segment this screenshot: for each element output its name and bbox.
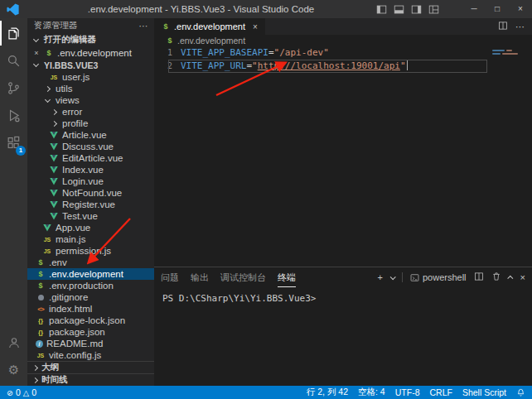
tree-item[interactable]: EditArticle.vue (27, 152, 154, 164)
open-editor-item[interactable]: × $ .env.development (27, 46, 154, 59)
settings-gear-icon[interactable]: ⚙ (0, 358, 27, 382)
outline-section-header[interactable]: 大纲 (27, 361, 154, 373)
code-line[interactable]: 1 VITE_APP_BASEAPI="/api-dev" (154, 46, 532, 60)
tree-item-label: index.html (49, 304, 92, 314)
vue-icon (49, 130, 59, 140)
tree-item[interactable]: <>index.html (27, 303, 154, 315)
tree-item[interactable]: NotFound.vue (27, 187, 154, 199)
tree-item[interactable]: .gitignore (27, 291, 154, 303)
toggle-secondary-sidebar-icon[interactable] (411, 4, 422, 15)
tree-item-folder[interactable]: utils (27, 83, 154, 94)
tree-item[interactable]: Index.vue (27, 164, 154, 175)
chevron-right-icon (32, 364, 38, 370)
timeline-section-header[interactable]: 时间线 (27, 373, 154, 386)
close-icon[interactable]: × (253, 22, 258, 31)
notifications-bell-icon[interactable] (516, 388, 525, 397)
status-right: 行 2, 列 42 空格: 4 UTF-8 CRLF Shell Script (307, 387, 525, 398)
close-icon[interactable]: × (32, 49, 41, 57)
run-debug-icon[interactable] (0, 103, 27, 127)
account-icon[interactable] (0, 330, 27, 355)
toggle-panel-icon[interactable] (394, 4, 404, 15)
code-editor[interactable]: 1 VITE_APP_BASEAPI="/api-dev" 2 VITE_APP… (154, 46, 532, 267)
tree-item[interactable]: $.env.production (27, 280, 154, 291)
shell-name: powershell (423, 272, 467, 282)
tab-problems[interactable]: 问题 (161, 267, 179, 287)
tree-item[interactable]: JSvite.config.js (27, 349, 154, 361)
json-icon: {} (36, 327, 46, 337)
encoding-setting[interactable]: UTF-8 (395, 387, 420, 397)
bottom-panel: 问题 输出 调试控制台 终端 + powershell (154, 267, 532, 386)
open-editors-header[interactable]: 打开的编辑器 (27, 33, 154, 46)
tree-item[interactable]: $.env (27, 257, 154, 268)
vue-icon (49, 200, 59, 209)
tree-item-label: App.vue (56, 223, 90, 233)
chevron-down-icon[interactable] (390, 274, 396, 280)
minimap[interactable] (492, 48, 527, 56)
tree-item-label: Index.vue (62, 165, 104, 175)
maximize-panel-icon[interactable] (507, 275, 513, 281)
tree-item[interactable]: {}package.json (27, 326, 154, 338)
terminal-output[interactable]: PS D:\CSharp\Yi\Yi.BBS.Vue3> (154, 287, 532, 386)
tab-terminal[interactable]: 终端 (278, 267, 296, 287)
minimize-icon[interactable]: ─ (462, 0, 486, 18)
tab-env-development[interactable]: $ .env.development × (154, 18, 265, 35)
tree-item[interactable]: App.vue (27, 222, 154, 233)
tree-item[interactable]: JSmain.js (27, 233, 154, 245)
tree-item-folder[interactable]: views (27, 94, 154, 106)
close-icon[interactable]: × (509, 0, 532, 18)
indentation-setting[interactable]: 空格: 4 (358, 387, 385, 398)
project-root-header[interactable]: YI.BBS.VUE3 (27, 59, 154, 71)
url-link[interactable]: http://localhost:19001/api (258, 60, 400, 71)
toggle-sidebar-icon[interactable] (376, 4, 387, 15)
tree-item[interactable]: JSuser.js (27, 71, 154, 83)
explorer-icon[interactable] (0, 21, 27, 46)
status-left: ⊘ 0 △ 0 (7, 387, 36, 397)
source-control-icon[interactable] (0, 75, 27, 100)
shell-selector[interactable]: powershell (402, 272, 467, 282)
search-icon[interactable] (0, 48, 27, 73)
maximize-icon[interactable]: □ (486, 0, 509, 18)
extensions-icon[interactable]: 1 (0, 130, 27, 155)
vue-icon (49, 153, 59, 163)
tab-debug-console[interactable]: 调试控制台 (220, 267, 266, 287)
more-actions-icon[interactable]: ⋯ (515, 22, 525, 32)
window-title: .env.development - Yi.BBS.Vue3 - Visual … (26, 4, 376, 14)
tree-item[interactable]: JSpermission.js (27, 245, 154, 257)
tree-item[interactable]: Login.vue (27, 175, 154, 187)
tree-item[interactable]: iREADME.md (27, 338, 154, 349)
vscode-window: .env.development - Yi.BBS.Vue3 - Visual … (0, 0, 532, 399)
close-panel-icon[interactable]: × (520, 273, 525, 282)
tree-item[interactable]: Register.vue (27, 199, 154, 210)
eol-setting[interactable]: CRLF (429, 387, 452, 397)
tree-item-label: .gitignore (49, 292, 88, 302)
language-mode[interactable]: Shell Script (462, 387, 506, 397)
new-terminal-icon[interactable]: + (378, 273, 383, 282)
breadcrumb[interactable]: $ .env.development (154, 35, 532, 46)
open-editor-label: .env.development (57, 48, 132, 58)
split-editor-icon[interactable] (498, 21, 508, 32)
sidebar-title-row: 资源管理器 ⋯ (27, 18, 154, 33)
tree-item-folder[interactable]: error (27, 106, 154, 118)
tree-item[interactable]: {}package-lock.json (27, 315, 154, 326)
customize-layout-icon[interactable] (428, 4, 439, 15)
js-icon: JS (42, 234, 52, 244)
kill-terminal-icon[interactable] (491, 272, 501, 283)
split-terminal-icon[interactable] (474, 272, 484, 283)
tree-item-label: NotFound.vue (62, 188, 122, 198)
tree-item[interactable]: Test.vue (27, 210, 154, 222)
tree-item-label: permission.js (56, 246, 111, 256)
tree-item-folder[interactable]: profile (27, 118, 154, 129)
explorer-sidebar: 资源管理器 ⋯ 打开的编辑器 × $ .env.development YI.B… (27, 18, 154, 386)
tree-item[interactable]: Article.vue (27, 129, 154, 141)
tree-item-label: views (56, 95, 80, 105)
tree-item-selected[interactable]: $.env.development (27, 268, 154, 280)
code-line-current[interactable]: 2 VITE_APP_URL="http://localhost:19001/a… (154, 60, 532, 73)
problems-status[interactable]: ⊘ 0 △ 0 (7, 387, 36, 397)
env-file-icon: $ (36, 269, 46, 279)
sidebar-more-icon[interactable]: ⋯ (139, 21, 148, 31)
tree-item[interactable]: Discuss.vue (27, 141, 154, 152)
code-text: VITE_APP_URL="http://localhost:19001/api… (181, 60, 408, 73)
extensions-badge: 1 (16, 146, 26, 156)
tab-output[interactable]: 输出 (191, 267, 209, 287)
cursor-position[interactable]: 行 2, 列 42 (307, 387, 348, 398)
